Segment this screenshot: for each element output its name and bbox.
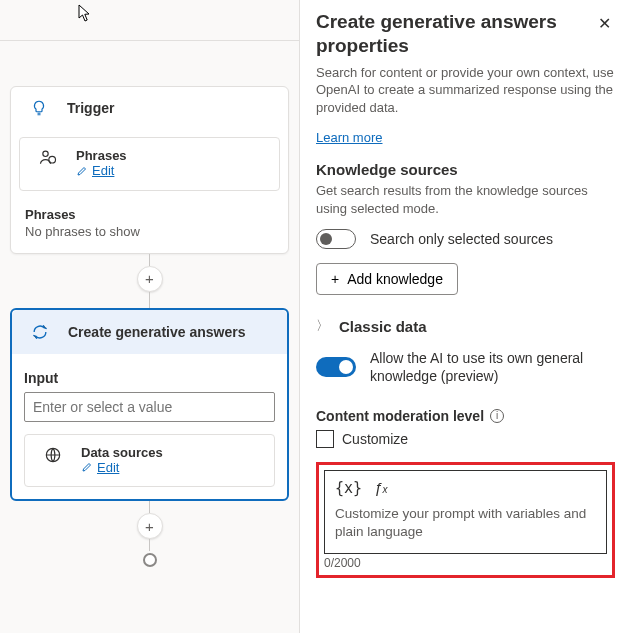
learn-more-link[interactable]: Learn more — [316, 130, 382, 145]
data-sources-item[interactable]: Data sources Edit — [24, 434, 275, 488]
trigger-title: Trigger — [67, 100, 114, 116]
phrases-label: Phrases — [76, 148, 127, 163]
edit-phrases-link[interactable]: Edit — [76, 163, 114, 178]
search-selected-toggle[interactable] — [316, 229, 356, 249]
pencil-icon — [81, 461, 93, 473]
person-chat-icon — [34, 148, 62, 168]
prompt-placeholder: Customize your prompt with variables and… — [335, 505, 596, 541]
phrases-empty: Phrases No phrases to show — [11, 199, 288, 253]
customize-checkbox[interactable] — [316, 430, 334, 448]
content-moderation-label: Content moderation level — [316, 408, 484, 424]
knowledge-sources-desc: Get search results from the knowledge so… — [316, 182, 615, 217]
trigger-card: Trigger Phrases Edit Phrases No phrases … — [10, 86, 289, 254]
connector-line — [149, 292, 150, 308]
chevron-right-icon: 〉 — [316, 317, 329, 335]
connector-line — [149, 501, 150, 513]
close-icon[interactable]: ✕ — [594, 10, 615, 37]
customize-label: Customize — [342, 431, 408, 447]
prompt-highlight-box: {x} ƒx Customize your prompt with variab… — [316, 462, 615, 578]
connector-line — [149, 254, 150, 266]
svg-point-0 — [43, 151, 48, 156]
panel-title: Create generative answers properties — [316, 10, 594, 58]
add-node-button[interactable]: + — [137, 513, 163, 539]
classic-data-toggle-section[interactable]: 〉 Classic data — [316, 317, 615, 335]
generative-answers-card: Create generative answers Input Data sou… — [10, 308, 289, 502]
generative-answers-header[interactable]: Create generative answers — [12, 310, 287, 354]
formula-icon[interactable]: ƒx — [374, 479, 387, 497]
end-node — [143, 553, 157, 567]
phrases-item[interactable]: Phrases Edit — [19, 137, 280, 191]
svg-point-1 — [49, 156, 56, 163]
prompt-char-count: 0/2000 — [324, 556, 607, 570]
refresh-sparkle-icon — [26, 322, 54, 342]
properties-panel: Create generative answers properties ✕ S… — [310, 0, 631, 633]
connector-line — [149, 539, 150, 551]
add-node-button[interactable]: + — [137, 266, 163, 292]
input-label: Input — [24, 370, 275, 386]
phrases-empty-sub: No phrases to show — [25, 224, 274, 239]
knowledge-sources-title: Knowledge sources — [316, 161, 615, 178]
plus-icon: + — [331, 271, 339, 287]
allow-general-knowledge-toggle[interactable] — [316, 357, 356, 377]
classic-data-title: Classic data — [339, 318, 427, 335]
cursor-pointer — [78, 4, 94, 22]
prompt-textarea[interactable]: {x} ƒx Customize your prompt with variab… — [324, 470, 607, 554]
panel-description: Search for content or provide your own c… — [316, 64, 615, 117]
pencil-icon — [76, 165, 88, 177]
bulb-icon — [25, 99, 53, 117]
trigger-header[interactable]: Trigger — [11, 87, 288, 129]
divider — [0, 40, 300, 41]
variable-icon[interactable]: {x} — [335, 479, 362, 497]
add-knowledge-button[interactable]: + Add knowledge — [316, 263, 458, 295]
info-icon[interactable]: i — [490, 409, 504, 423]
allow-general-knowledge-label: Allow the AI to use its own general know… — [370, 349, 615, 385]
globe-icon — [39, 445, 67, 465]
input-value-field[interactable] — [24, 392, 275, 422]
generative-answers-title: Create generative answers — [68, 324, 245, 340]
search-selected-label: Search only selected sources — [370, 230, 553, 248]
edit-data-sources-link[interactable]: Edit — [81, 460, 119, 475]
phrases-empty-title: Phrases — [25, 207, 274, 222]
data-sources-label: Data sources — [81, 445, 163, 460]
